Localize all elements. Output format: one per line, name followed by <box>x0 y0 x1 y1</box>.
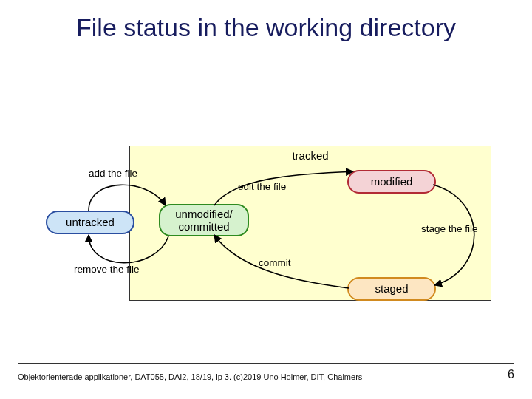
edge-commit-label: commit <box>259 257 291 268</box>
footer-text: Objektorienterade applikationer, DAT055,… <box>18 372 362 381</box>
footer: Objektorienterade applikationer, DAT055,… <box>18 363 514 381</box>
edge-add-label: add the file <box>89 168 137 179</box>
state-unmodified: unmodified/ committed <box>159 204 249 236</box>
state-unmodified-label: unmodified/ committed <box>175 208 233 233</box>
edge-stage-label: stage the file <box>421 223 478 234</box>
tracked-label: tracked <box>130 149 491 162</box>
edge-remove-label: remove the file <box>74 264 140 275</box>
state-staged: staged <box>347 277 436 301</box>
state-untracked: untracked <box>46 211 134 234</box>
slide: File status in the working directory tra… <box>0 0 532 399</box>
page-number: 6 <box>508 368 514 381</box>
page-title: File status in the working directory <box>0 13 532 42</box>
state-modified: modified <box>347 170 436 194</box>
edge-edit-label: edit the file <box>238 181 286 192</box>
